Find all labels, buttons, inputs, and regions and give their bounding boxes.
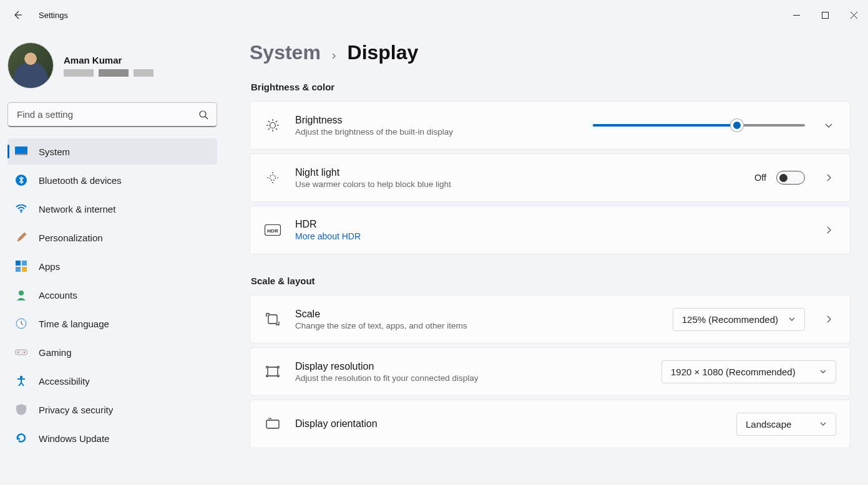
nav-item-bluetooth[interactable]: Bluetooth & devices: [7, 167, 217, 193]
card-orientation: Display orientation Landscape: [250, 400, 851, 448]
chevron-down-icon: [819, 368, 827, 375]
resolution-value: 1920 × 1080 (Recommended): [671, 367, 796, 377]
search-input[interactable]: [7, 102, 217, 127]
orientation-value: Landscape: [746, 419, 791, 430]
svg-rect-2: [15, 146, 27, 155]
hdr-link[interactable]: More about HDR: [295, 231, 361, 241]
nightlight-title: Night light: [295, 167, 451, 178]
open-hdr[interactable]: [821, 223, 836, 238]
scale-dropdown[interactable]: 125% (Recommended): [673, 308, 805, 331]
accessibility-icon: [15, 375, 27, 387]
brightness-sub: Adjust the brightness of the built-in di…: [295, 127, 453, 137]
nav-item-privacy[interactable]: Privacy & security: [7, 396, 217, 423]
window-title: Settings: [39, 11, 68, 20]
chevron-right-icon: ›: [332, 48, 336, 62]
chevron-right-icon: [824, 173, 833, 182]
svg-rect-23: [266, 420, 279, 428]
svg-point-14: [17, 352, 19, 353]
brightness-slider[interactable]: [593, 124, 805, 127]
card-scale[interactable]: Scale Change the size of text, apps, and…: [250, 295, 851, 343]
breadcrumb-parent[interactable]: System: [250, 41, 321, 64]
profile-email-redacted: [64, 69, 154, 77]
chevron-right-icon: [824, 315, 833, 324]
clock-icon: [15, 317, 27, 330]
scale-icon: [264, 310, 281, 328]
card-hdr[interactable]: HDR HDR More about HDR: [250, 206, 851, 254]
resolution-title: Display resolution: [295, 361, 478, 372]
scale-value: 125% (Recommended): [682, 314, 778, 325]
breadcrumb-current: Display: [348, 41, 419, 64]
minimize-icon: [793, 12, 800, 19]
nightlight-state: Off: [754, 173, 766, 183]
night-icon: [264, 169, 281, 186]
svg-rect-22: [268, 367, 278, 376]
svg-point-18: [270, 175, 276, 181]
nav-label: Accessibility: [39, 376, 90, 387]
nav-label: Personalization: [39, 233, 103, 243]
maximize-button[interactable]: [811, 5, 839, 25]
nav-item-personalization[interactable]: Personalization: [7, 224, 217, 251]
nav-label: Accounts: [39, 290, 77, 300]
hdr-icon: HDR: [264, 221, 281, 239]
orientation-dropdown[interactable]: Landscape: [736, 413, 836, 436]
svg-rect-3: [15, 154, 27, 155]
nav-label: System: [39, 146, 70, 157]
expand-brightness[interactable]: [821, 118, 836, 133]
breadcrumb: System › Display: [250, 41, 851, 64]
wifi-icon: [15, 203, 27, 215]
nav-item-gaming[interactable]: Gaming: [7, 339, 217, 365]
section-title-scale: Scale & layout: [251, 276, 851, 286]
apps-icon: [15, 260, 27, 272]
bluetooth-icon: [15, 174, 27, 186]
orientation-icon: [264, 415, 281, 433]
nav-item-network[interactable]: Network & internet: [7, 196, 217, 222]
scale-title: Scale: [295, 309, 467, 320]
nav-label: Apps: [39, 261, 60, 272]
nav-item-accounts[interactable]: Accounts: [7, 282, 217, 308]
nav-item-apps[interactable]: Apps: [7, 253, 217, 279]
nav-label: Bluetooth & devices: [39, 175, 122, 186]
resolution-dropdown[interactable]: 1920 × 1080 (Recommended): [661, 360, 836, 383]
nav-label: Gaming: [39, 347, 72, 358]
search-icon: [198, 110, 208, 120]
nav-label: Windows Update: [39, 433, 109, 444]
svg-point-17: [270, 123, 276, 128]
open-nightlight[interactable]: [821, 170, 836, 185]
nav-item-system[interactable]: System: [7, 138, 217, 165]
sidebar: Aman Kumar System Bluetooth & devices Ne…: [0, 30, 225, 485]
back-button[interactable]: [9, 6, 26, 24]
close-button[interactable]: [839, 5, 868, 25]
open-scale[interactable]: [821, 312, 836, 327]
content: System › Display Brightness & color Brig…: [225, 30, 868, 485]
scale-sub: Change the size of text, apps, and other…: [295, 321, 467, 330]
brightness-title: Brightness: [295, 115, 453, 126]
nightlight-toggle[interactable]: [776, 171, 805, 185]
hdr-title: HDR: [295, 219, 361, 230]
maximize-icon: [822, 12, 829, 19]
nav-label: Privacy & security: [39, 405, 113, 415]
chevron-down-icon: [788, 315, 796, 323]
system-icon: [15, 145, 27, 158]
svg-rect-7: [22, 261, 27, 266]
svg-point-10: [19, 291, 24, 295]
search-wrap: [7, 102, 217, 127]
svg-point-5: [21, 211, 22, 213]
chevron-right-icon: [824, 226, 833, 234]
profile-block[interactable]: Aman Kumar: [7, 39, 217, 102]
card-resolution: Display resolution Adjust the resolution…: [250, 347, 851, 396]
update-icon: [15, 432, 27, 444]
minimize-button[interactable]: [782, 5, 811, 25]
nav-item-time[interactable]: Time & language: [7, 310, 217, 337]
svg-point-16: [20, 376, 22, 378]
resolution-icon: [264, 363, 281, 380]
card-brightness: Brightness Adjust the brightness of the …: [250, 101, 851, 150]
nav-item-update[interactable]: Windows Update: [7, 425, 217, 451]
sun-icon: [264, 117, 281, 134]
svg-text:HDR: HDR: [267, 228, 278, 234]
nav: System Bluetooth & devices Network & int…: [7, 138, 217, 451]
card-nightlight[interactable]: Night light Use warmer colors to help bl…: [250, 153, 851, 202]
brush-icon: [15, 231, 27, 244]
svg-rect-8: [16, 267, 21, 272]
window-controls: [782, 5, 868, 25]
nav-item-accessibility[interactable]: Accessibility: [7, 368, 217, 394]
